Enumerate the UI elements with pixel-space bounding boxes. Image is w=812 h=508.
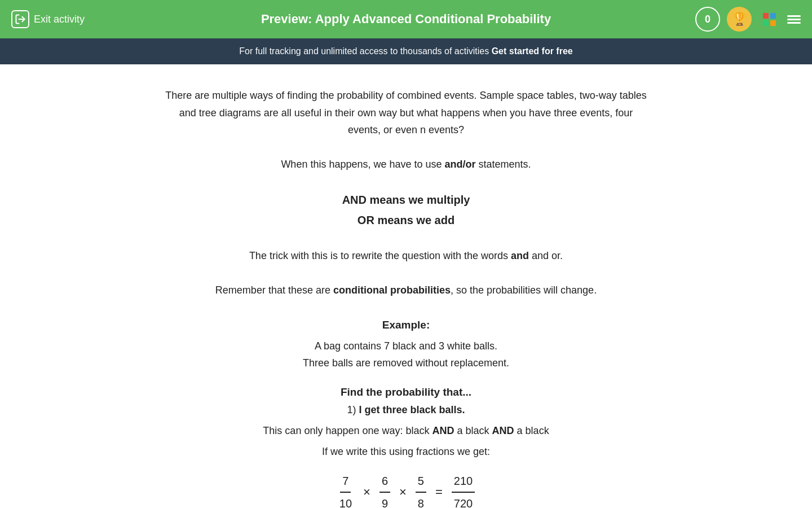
fraction-2: 6 9 [379,471,390,508]
way-suffix: a black [514,425,549,436]
score-badge: 0 [695,7,720,32]
frac1-denominator: 10 [337,493,354,508]
way-prefix: This can only happen one way: black [263,425,432,436]
nav-right-controls: 0 🏆 [695,7,801,32]
trick-suffix: and or. [529,250,563,261]
conditional-line: Remember that these are conditional prob… [164,282,648,299]
top-navigation: Exit activity Preview: Apply Advanced Co… [0,0,812,38]
and-or-keyword: and/or [445,159,476,170]
banner-cta[interactable]: Get started for free [492,46,573,56]
way-and2: AND [492,425,514,436]
item1-bold: I get three black balls. [359,404,465,415]
promo-banner: For full tracking and unlimited access t… [0,38,812,64]
page-title: Preview: Apply Advanced Conditional Prob… [261,12,551,27]
fraction-equation: 7 10 × 6 9 × 5 8 = 210 720 [164,471,648,508]
find-prob-section: Find the probability that... 1) I get th… [164,383,648,460]
frac1-numerator: 7 [340,471,351,493]
exit-label: Exit activity [34,14,85,25]
fraction-1: 7 10 [337,471,354,508]
way-and1: AND [433,425,454,436]
example-label: Example: [164,316,648,334]
result-denominator: 720 [452,493,475,508]
menu-icon[interactable] [787,15,801,24]
rule-and: AND means we multiply [164,190,648,210]
trophy-icon: 🏆 [727,7,752,32]
and-or-intro: When this happens, we have to use and/or… [164,156,648,173]
main-content: There are multiple ways of finding the p… [152,64,660,508]
conditional-bold: conditional probabilities [333,284,451,296]
conditional-suffix: , so the probabilities will change. [451,284,597,296]
way-line: This can only happen one way: black AND … [164,422,648,440]
result-numerator: 210 [452,471,475,493]
and-or-rules: AND means we multiply OR means we add [164,190,648,230]
frac3-numerator: 5 [416,471,426,493]
way-mid: a black [454,425,492,436]
rule-or: OR means we add [164,210,648,230]
conditional-prefix: Remember that these are [215,284,333,296]
equals-operator: = [435,481,443,502]
frac2-denominator: 9 [379,493,390,508]
example-line2: Three balls are removed without replacem… [164,354,648,372]
item1-prefix: 1) [347,404,359,415]
multiply-operator-1: × [363,481,370,502]
item1-line: 1) I get three black balls. [164,401,648,419]
exit-icon [11,10,29,28]
frac2-numerator: 6 [379,471,390,493]
exit-activity-button[interactable]: Exit activity [11,10,85,28]
frac3-denominator: 8 [416,493,426,508]
find-label: Find the probability that... [164,383,648,401]
example-block: Example: A bag contains 7 black and 3 wh… [164,316,648,372]
trick-line: The trick with this is to rewrite the qu… [164,247,648,265]
banner-text-prefix: For full tracking and unlimited access t… [239,46,491,56]
and-or-prefix: When this happens, we have to use [281,159,444,170]
fraction-3: 5 8 [416,471,426,508]
intro-paragraph: There are multiple ways of finding the p… [164,87,648,139]
example-line1: A bag contains 7 black and 3 white balls… [164,338,648,355]
fraction-prefix-line: If we write this using fractions we get: [164,443,648,461]
trick-bold: and [511,250,529,261]
app-grid-icon[interactable] [763,13,776,26]
fraction-result: 210 720 [452,471,475,508]
and-or-suffix: statements. [476,159,531,170]
trick-prefix: The trick with this is to rewrite the qu… [249,250,511,261]
multiply-operator-2: × [399,481,407,502]
